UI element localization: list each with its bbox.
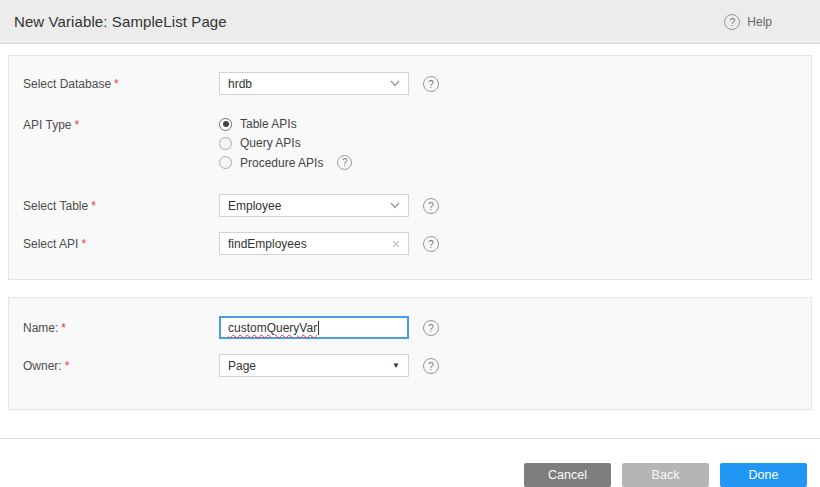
required-asterisk: * — [114, 77, 119, 91]
api-input[interactable]: findEmployees × — [219, 232, 409, 255]
radio-table-apis-label: Table APIs — [240, 117, 297, 131]
owner-help-icon[interactable]: ? — [423, 358, 439, 374]
select-database-label: Select Database* — [23, 72, 219, 91]
select-api-row: Select API* findEmployees × ? — [23, 232, 797, 255]
page-title: New Variable: SampleList Page — [14, 13, 227, 30]
table-select[interactable]: Employee — [219, 194, 409, 217]
api-input-value: findEmployees — [228, 237, 307, 251]
radio-procedure-apis[interactable]: Procedure APIs ? — [219, 155, 352, 170]
clear-icon[interactable]: × — [392, 237, 400, 251]
text-caret — [318, 321, 319, 335]
required-asterisk: * — [61, 321, 66, 335]
back-button[interactable]: Back — [622, 463, 709, 487]
select-api-label: Select API* — [23, 232, 219, 251]
required-asterisk: * — [81, 237, 86, 251]
done-button[interactable]: Done — [720, 463, 807, 487]
table-select-value: Employee — [228, 199, 281, 213]
radio-query-apis[interactable]: Query APIs — [219, 136, 352, 150]
select-table-row: Select Table* Employee ? — [23, 194, 797, 217]
procedure-apis-help-icon[interactable]: ? — [337, 155, 352, 170]
name-input[interactable]: customQueryVar — [219, 316, 409, 339]
database-select-value: hrdb — [228, 77, 252, 91]
radio-unselected-icon — [219, 137, 232, 150]
api-type-row: API Type* Table APIs Query APIs Procedur… — [23, 113, 797, 170]
database-select[interactable]: hrdb — [219, 72, 409, 95]
select-table-label: Select Table* — [23, 194, 219, 213]
variable-props-panel: Name:* customQueryVar ? Owner:* Page ▼ ? — [8, 297, 812, 410]
help-link-label: Help — [747, 15, 772, 29]
api-help-icon[interactable]: ? — [423, 236, 439, 252]
api-type-label: API Type* — [23, 113, 219, 132]
api-type-radio-group: Table APIs Query APIs Procedure APIs ? — [219, 113, 352, 170]
owner-row: Owner:* Page ▼ ? — [23, 354, 797, 377]
service-config-panel: Select Database* hrdb ? API Type* Table … — [8, 55, 812, 280]
radio-selected-icon — [219, 118, 232, 131]
name-input-value: customQueryVar — [228, 321, 317, 335]
name-label: Name:* — [23, 316, 219, 335]
cancel-button[interactable]: Cancel — [524, 463, 611, 487]
radio-query-apis-label: Query APIs — [240, 136, 301, 150]
database-help-icon[interactable]: ? — [423, 76, 439, 92]
help-question-icon: ? — [724, 14, 740, 30]
required-asterisk: * — [65, 359, 70, 373]
table-help-icon[interactable]: ? — [423, 198, 439, 214]
select-arrow-icon: ▼ — [392, 361, 400, 370]
name-help-icon[interactable]: ? — [423, 320, 439, 336]
radio-procedure-apis-label: Procedure APIs — [240, 156, 323, 170]
radio-unselected-icon — [219, 156, 232, 169]
owner-select[interactable]: Page ▼ — [219, 354, 409, 377]
owner-select-value: Page — [228, 359, 256, 373]
footer-divider — [0, 438, 820, 439]
name-row: Name:* customQueryVar ? — [23, 316, 797, 339]
footer-actions: Cancel Back Done — [0, 447, 820, 487]
chevron-down-icon — [390, 202, 400, 209]
help-link[interactable]: ? Help — [724, 14, 772, 30]
radio-table-apis[interactable]: Table APIs — [219, 117, 352, 131]
chevron-down-icon — [390, 80, 400, 87]
required-asterisk: * — [74, 118, 79, 132]
owner-label: Owner:* — [23, 354, 219, 373]
required-asterisk: * — [91, 199, 96, 213]
select-database-row: Select Database* hrdb ? — [23, 72, 797, 95]
dialog-header: New Variable: SampleList Page ? Help — [0, 0, 820, 44]
